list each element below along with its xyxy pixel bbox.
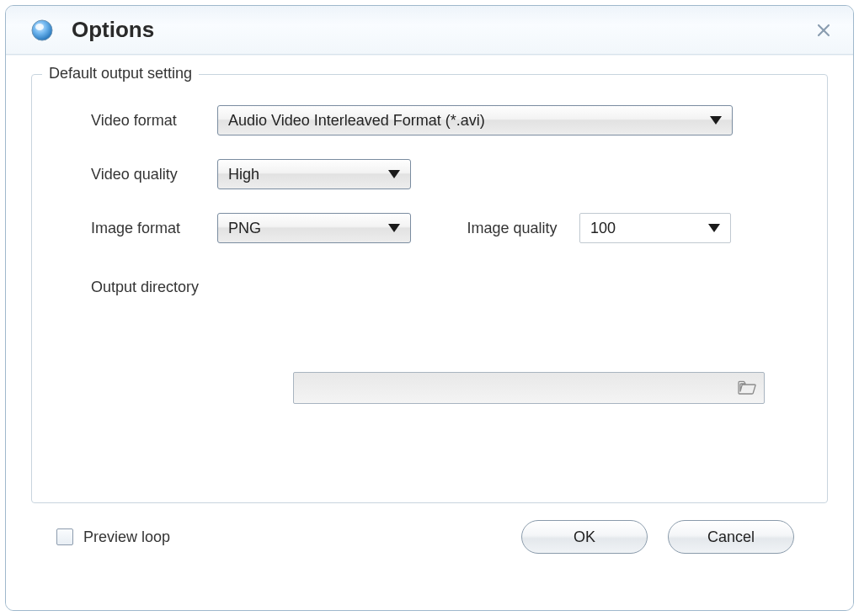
chevron-down-icon — [388, 170, 400, 178]
video-quality-dropdown[interactable]: High — [217, 159, 411, 189]
close-icon[interactable] — [811, 18, 836, 43]
image-format-value: PNG — [228, 220, 380, 237]
chevron-down-icon — [710, 116, 722, 125]
video-quality-value: High — [228, 166, 380, 183]
dialog-footer: Preview loop OK Cancel — [31, 503, 828, 577]
preview-loop-checkbox[interactable] — [56, 528, 73, 545]
video-format-dropdown[interactable]: Audio Video Interleaved Format (*.avi) — [217, 105, 733, 135]
image-format-label: Image format — [57, 220, 217, 237]
image-quality-value: 100 — [590, 220, 700, 237]
preview-loop-label: Preview loop — [83, 528, 170, 546]
video-format-row: Video format Audio Video Interleaved For… — [57, 105, 802, 135]
video-quality-row: Video quality High — [57, 159, 802, 189]
titlebar: Options — [6, 6, 853, 55]
image-format-dropdown[interactable]: PNG — [217, 213, 411, 243]
ok-button-label: OK — [574, 528, 595, 546]
video-format-label: Video format — [57, 112, 217, 130]
svg-point-0 — [32, 20, 52, 40]
options-dialog: Options Default output setting Video for… — [5, 5, 854, 611]
browse-folder-icon[interactable] — [735, 377, 759, 399]
cancel-button[interactable]: Cancel — [668, 520, 794, 554]
video-format-value: Audio Video Interleaved Format (*.avi) — [228, 112, 702, 130]
output-directory-label: Output directory — [57, 279, 802, 296]
image-quality-combo[interactable]: 100 — [579, 213, 731, 243]
chevron-down-icon — [708, 224, 720, 232]
app-icon — [29, 18, 55, 43]
output-path-row — [57, 372, 802, 404]
svg-point-1 — [35, 24, 44, 30]
fieldset-legend: Default output setting — [42, 65, 199, 82]
output-directory-input[interactable] — [293, 372, 765, 404]
cancel-button-label: Cancel — [707, 528, 755, 546]
default-output-fieldset: Default output setting Video format Audi… — [31, 74, 828, 503]
button-group: OK Cancel — [521, 520, 794, 554]
video-quality-label: Video quality — [57, 166, 217, 183]
chevron-down-icon — [388, 224, 400, 232]
image-quality-label: Image quality — [445, 220, 579, 237]
ok-button[interactable]: OK — [521, 520, 648, 554]
window-title: Options — [72, 17, 811, 43]
image-format-row: Image format PNG Image quality 100 — [57, 213, 802, 243]
content-area: Default output setting Video format Audi… — [6, 55, 853, 610]
